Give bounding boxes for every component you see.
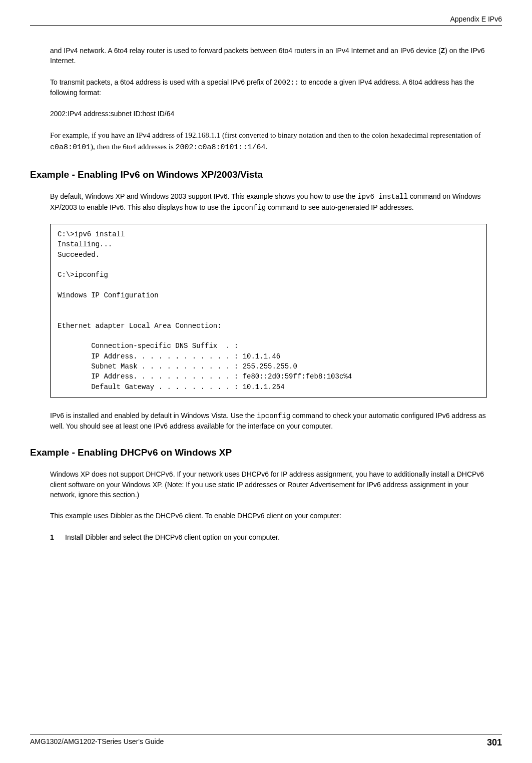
text: By default, Windows XP and Windows 2003 … [50,192,357,200]
footer-rule [30,734,502,734]
code-inline: 2002:: [274,79,299,87]
page-footer: AMG1302/AMG1202-TSeries User's Guide 301 [30,734,502,748]
text: ), then the 6to4 addresses is [91,143,176,151]
text: . [266,143,268,151]
code-inline: c0a8:0101 [50,143,91,152]
paragraph-6to4-intro: and IPv4 network. A 6to4 relay router is… [50,46,487,66]
code-inline: 2002:c0a8:0101::1/64 [176,143,266,152]
step-row: 1 Install Dibbler and select the DHCPv6 … [50,532,487,542]
code-inline: ipconfig [257,412,290,420]
paragraph-vista: IPv6 is installed and enabled by default… [50,411,487,432]
paragraph-ipv6-install: By default, Windows XP and Windows 2003 … [50,191,487,213]
bold-z: Z [441,47,445,55]
heading-example-dhcpv6: Example - Enabling DHCPv6 on Windows XP [30,447,502,458]
header-rule [30,25,502,26]
paragraph-6to4-format: 2002:IPv4 address:subnet ID:host ID/64 [50,109,487,119]
footer-guide-title: AMG1302/AMG1202-TSeries User's Guide [30,737,164,748]
header-appendix: Appendix E IPv6 [30,15,502,23]
code-block-ipconfig: C:\>ipv6 install Installing... Succeeded… [50,224,487,398]
paragraph-dibbler: This example uses Dibbler as the DHCPv6 … [50,511,487,521]
code-inline: ipv6 install [357,193,408,201]
paragraph-dhcpv6-intro: Windows XP does not support DHCPv6. If y… [50,469,487,500]
text: For example, if you have an IPv4 address… [50,131,481,139]
text: command to see auto-generated IP address… [266,203,413,211]
paragraph-6to4-example: For example, if you have an IPv4 address… [50,130,487,153]
step-text: Install Dibbler and select the DHCPv6 cl… [65,532,487,542]
text: To transmit packets, a 6to4 address is u… [50,78,274,86]
heading-example-ipv6-windows: Example - Enabling IPv6 on Windows XP/20… [30,169,502,180]
paragraph-6to4-prefix: To transmit packets, a 6to4 address is u… [50,77,487,98]
code-inline: ipconfig [232,204,266,212]
step-number: 1 [50,532,65,542]
text: and IPv4 network. A 6to4 relay router is… [50,47,441,55]
footer-page-number: 301 [487,737,502,748]
text: IPv6 is installed and enabled by default… [50,412,257,420]
